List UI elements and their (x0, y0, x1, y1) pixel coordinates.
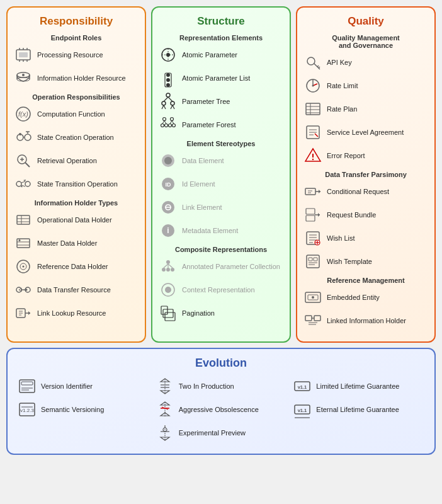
list-item: Pagination (159, 303, 283, 323)
list-item: Master Data Holder (14, 233, 139, 253)
svg-point-120 (312, 159, 314, 160)
processing-resource-label: Processing Resource (37, 51, 103, 59)
list-item: Two In Production (156, 376, 287, 396)
section-element-stereotypes: Element Stereotypes (159, 140, 283, 147)
svg-line-67 (164, 105, 166, 109)
svg-point-58 (166, 78, 170, 82)
svg-line-103 (319, 67, 320, 68)
svg-rect-138 (307, 255, 319, 268)
semantic-versioning-label: Semantic Versioning (41, 406, 104, 413)
list-item: Rate Limit (303, 76, 428, 96)
rate-limit-icon (303, 76, 322, 95)
aggressive-obsolescence-label: Aggressive Obsolescence (179, 406, 259, 413)
structure-panel: Structure Representation Elements Atomic… (151, 6, 291, 343)
svg-rect-126 (306, 209, 315, 214)
data-element-label: Data Element (182, 157, 224, 164)
svg-marker-129 (318, 213, 320, 217)
atomic-param-list-label: Atomic Parameter List (182, 74, 250, 82)
conditional-request-label: Conditional Request (327, 188, 389, 195)
list-item: ID Id Element (159, 174, 283, 194)
computation-function-icon: f(x) (14, 105, 33, 123)
link-element-icon (159, 198, 178, 217)
two-in-production-label: Two In Production (179, 382, 234, 390)
aggressive-obsolescence-icon (156, 400, 174, 419)
list-item: Version Identifier (18, 376, 149, 396)
master-data-icon (14, 234, 33, 253)
svg-point-81 (164, 157, 172, 164)
section-info-holder-types: Information Holder Types (14, 199, 139, 207)
atomic-param-list-icon (159, 69, 178, 88)
atomic-param-label: Atomic Parameter (182, 51, 237, 59)
operational-data-label: Operational Data Holder (37, 216, 112, 224)
svg-point-25 (16, 181, 21, 186)
data-transfer-label: Data Transfer Resource (37, 286, 111, 294)
list-item: Operational Data Holder (14, 210, 139, 230)
section-data-transfer-parsimony: Data Transfer Parsimony (303, 171, 428, 178)
svg-line-92 (164, 264, 168, 268)
pagination-label: Pagination (182, 309, 215, 317)
processing-resource-icon (14, 45, 33, 64)
annotated-param-label: Annotated Parameter Collection (182, 263, 280, 270)
svg-point-75 (173, 124, 176, 127)
quality-title: Quality (303, 15, 428, 28)
id-element-icon: ID (159, 175, 178, 193)
atomic-param-icon (159, 45, 178, 64)
svg-line-66 (162, 105, 164, 109)
svg-point-96 (165, 287, 171, 293)
computation-function-label: Computation Function (37, 110, 105, 118)
error-report-icon (303, 146, 322, 165)
experimental-preview-icon (156, 423, 174, 442)
request-bundle-label: Request Bundle (327, 211, 376, 219)
version-id-icon (18, 377, 37, 396)
linked-info-icon (303, 311, 322, 330)
list-item: Atomic Parameter List (159, 68, 283, 88)
svg-point-12 (22, 74, 25, 76)
list-item: Rate Plan (303, 99, 428, 119)
link-lookup-icon (14, 304, 33, 323)
list-item: Linked Information Holder (303, 311, 428, 331)
two-in-production-icon (156, 377, 174, 396)
state-transition-icon (14, 175, 33, 193)
list-item: i Metadata Element (159, 220, 283, 241)
svg-point-16 (25, 134, 31, 140)
list-item: Aggressive Obsolescence (156, 399, 287, 420)
svg-line-77 (164, 121, 166, 124)
svg-point-74 (169, 124, 172, 127)
svg-rect-1 (19, 52, 28, 57)
state-creation-label: State Creation Operation (37, 134, 114, 141)
embedded-entity-label: Embedded Entity (327, 294, 380, 301)
svg-rect-146 (305, 316, 312, 321)
conditional-request-icon (303, 182, 322, 201)
retrieval-operation-label: Retrieval Operation (37, 157, 97, 164)
data-element-icon (159, 151, 178, 170)
annotated-param-icon (159, 257, 178, 276)
state-creation-icon (14, 128, 33, 147)
list-item: Request Bundle (303, 205, 428, 225)
list-item: f(x) Computation Function (14, 104, 139, 124)
svg-rect-31 (17, 215, 30, 224)
list-item: v1.2.3 Semantic Versioning (18, 399, 149, 420)
list-item: State Transition Operation (14, 174, 139, 194)
eternal-lifetime-label: Eternal Lifetime Guarantee (316, 406, 399, 413)
svg-line-94 (168, 264, 173, 268)
svg-point-88 (166, 260, 170, 264)
svg-marker-28 (23, 180, 26, 181)
section-quality-mgmt: Quality Managementand Governance (303, 34, 428, 49)
section-composite-reps: Composite Representations (159, 246, 283, 253)
responsibility-panel: Responsibility Endpoint Roles Processing… (6, 6, 146, 343)
svg-rect-99 (165, 312, 175, 321)
svg-rect-98 (163, 309, 173, 318)
list-item: Parameter Tree (159, 91, 283, 112)
section-op-responsibilities: Operation Responsibilities (14, 93, 139, 101)
semantic-versioning-icon: v1.2.3 (18, 400, 37, 419)
svg-point-59 (166, 83, 170, 87)
list-item: Data Transfer Resource (14, 280, 139, 300)
quality-panel: Quality Quality Managementand Governance… (296, 6, 436, 343)
svg-point-26 (25, 181, 30, 186)
list-item: Reference Data Holder (14, 256, 139, 277)
svg-point-41 (23, 266, 25, 268)
sla-icon (303, 123, 322, 142)
list-item: Information Holder Resource (14, 68, 139, 88)
svg-text:v1.2.3: v1.2.3 (20, 408, 34, 413)
list-item: Link Element (159, 197, 283, 217)
